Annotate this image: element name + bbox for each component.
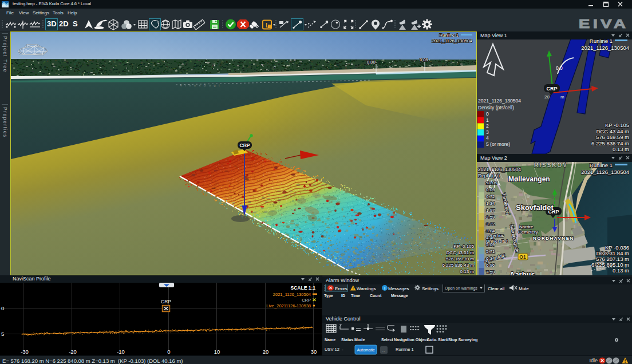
svg-text:2021_1126_130504: 2021_1126_130504: [478, 98, 521, 104]
svg-text:6 225 836.43 m: 6 225 836.43 m: [442, 263, 474, 268]
svg-text:1.34: 1.34: [486, 201, 495, 206]
svg-text:Warnings: Warnings: [357, 286, 376, 291]
svg-text:!: !: [353, 287, 354, 291]
svg-text:10: 10: [214, 349, 220, 355]
svg-text:Errors: Errors: [335, 286, 347, 291]
svg-text:2.59: 2.59: [486, 215, 495, 220]
svg-text:2021_1126_130504: 2021_1126_130504: [432, 38, 472, 43]
svg-text:Nordre: Nordre: [519, 224, 534, 230]
svg-text:Open on warnings: Open on warnings: [445, 286, 477, 291]
svg-text:1: 1: [486, 117, 489, 123]
svg-text:0: 0: [486, 111, 489, 117]
svg-text:2021_1126_130504: 2021_1126_130504: [478, 167, 521, 172]
svg-text:0.72: 0.72: [486, 194, 495, 199]
svg-text:KP -0.105: KP -0.105: [605, 122, 629, 128]
svg-text:0.13 m: 0.13 m: [460, 269, 475, 274]
svg-text:Mute: Mute: [519, 286, 529, 291]
svg-text:RISSKOV: RISSKOV: [534, 162, 568, 168]
svg-text:..: ..: [382, 347, 385, 353]
svg-text:NORDHAVNEN: NORDHAVNEN: [533, 236, 574, 241]
svg-text:Runline 1: Runline 1: [590, 39, 613, 44]
svg-text:i: i: [384, 286, 385, 291]
svg-text:USV-12: USV-12: [325, 347, 339, 352]
svg-text:20: 20: [544, 94, 550, 100]
svg-text:Settings: Settings: [422, 286, 439, 291]
svg-text:Auto.: Auto.: [427, 338, 437, 342]
svg-text:576 169.59 m: 576 169.59 m: [596, 134, 629, 140]
svg-text:Skovfaldet: Skovfaldet: [516, 203, 554, 212]
svg-text:Select: Select: [381, 338, 393, 342]
svg-text:CRP: CRP: [302, 298, 311, 303]
svg-text:4: 4: [486, 135, 489, 141]
svg-text:Clear all: Clear all: [488, 286, 505, 291]
svg-text:3.84: 3.84: [486, 228, 495, 234]
svg-text:0,05: 0,05: [420, 57, 428, 62]
svg-text:-: -: [342, 347, 343, 352]
svg-text:30: 30: [311, 349, 317, 355]
svg-text:Runline 1: Runline 1: [396, 347, 414, 352]
svg-text:5: 5: [1, 331, 4, 337]
svg-text:Live_20211126-130538: Live_20211126-130538: [266, 303, 311, 308]
svg-text:2021_1126_130504: 2021_1126_130504: [273, 292, 311, 297]
svg-text:6.34: 6.34: [486, 256, 495, 261]
svg-text:2: 2: [486, 123, 489, 129]
svg-text:0: 0: [1, 305, 4, 311]
svg-text:O1: O1: [519, 254, 526, 260]
svg-text:5 (or more): 5 (or more): [486, 141, 510, 147]
svg-text:Density (pts/cell): Density (pts/cell): [478, 105, 514, 110]
svg-text:0,0: 0,0: [556, 65, 563, 71]
svg-text:1.97: 1.97: [486, 208, 495, 213]
svg-text:6.96: 6.96: [486, 263, 495, 268]
svg-text:Navigation Object: Navigation Object: [394, 338, 428, 342]
svg-text:SCALE 1:1: SCALE 1:1: [291, 285, 316, 291]
svg-text:3: 3: [486, 129, 489, 135]
svg-text:Messages: Messages: [388, 286, 409, 291]
svg-text:Møllevangen: Møllevangen: [508, 175, 550, 183]
svg-text:7.59: 7.59: [486, 270, 495, 275]
svg-text:Start/Stop Surveying: Start/Stop Surveying: [438, 338, 477, 342]
svg-text:-30: -30: [21, 349, 29, 355]
svg-text:Runline 1: Runline 1: [439, 33, 459, 38]
svg-text:KP -0.105: KP -0.105: [454, 244, 475, 249]
svg-text:20: 20: [263, 349, 269, 355]
svg-text:Mode: Mode: [354, 338, 365, 342]
svg-text:≤0.09: ≤0.09: [486, 180, 498, 185]
svg-text:DCC 43.51 m: DCC 43.51 m: [447, 250, 475, 255]
svg-text:CRP: CRP: [161, 299, 171, 304]
svg-text:3.22: 3.22: [486, 221, 495, 227]
svg-text:Runline 1: Runline 1: [590, 162, 613, 168]
svg-text:A r h u s B u g t: A r h u s B u g t: [180, 84, 221, 87]
svg-text:0.13 m: 0.13 m: [613, 146, 629, 152]
svg-text:0: 0: [167, 349, 170, 355]
svg-text:Status: Status: [341, 338, 354, 342]
svg-text:4.46: 4.46: [486, 235, 495, 240]
svg-text:2021_1126_130504: 2021_1126_130504: [581, 45, 629, 51]
svg-text:ID: ID: [341, 294, 345, 298]
svg-text:Count: Count: [370, 294, 382, 298]
svg-text:576 169.39 m: 576 169.39 m: [446, 256, 474, 262]
svg-text:-20: -20: [69, 349, 77, 355]
svg-text:Name: Name: [325, 338, 335, 342]
svg-text:-10: -10: [117, 349, 125, 355]
svg-text:CRP: CRP: [546, 86, 557, 92]
svg-text:CRP: CRP: [240, 143, 250, 148]
svg-text:Type: Type: [324, 294, 333, 298]
svg-text:0.13 m: 0.13 m: [613, 267, 629, 274]
svg-text:0,00: 0,00: [367, 60, 376, 65]
svg-text:2021_1126_130504: 2021_1126_130504: [581, 169, 629, 175]
svg-text:Message: Message: [391, 294, 408, 298]
svg-text:m: m: [560, 94, 564, 100]
svg-text:5.71: 5.71: [486, 249, 495, 254]
svg-text:Time: Time: [351, 294, 360, 298]
svg-text:Cemetery: Cemetery: [518, 230, 538, 235]
svg-text:5.09: 5.09: [486, 242, 495, 247]
svg-text:Automatic: Automatic: [357, 348, 375, 352]
svg-text:0.09: 0.09: [486, 187, 495, 192]
